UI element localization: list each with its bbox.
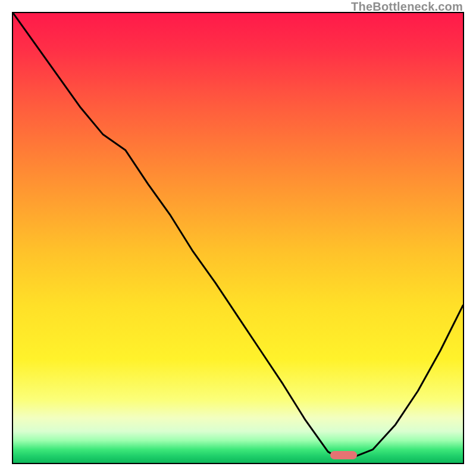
chart-frame: [12, 12, 464, 464]
curve-path: [13, 13, 463, 458]
optimal-range-marker: [330, 451, 357, 459]
bottleneck-curve: [13, 13, 463, 463]
